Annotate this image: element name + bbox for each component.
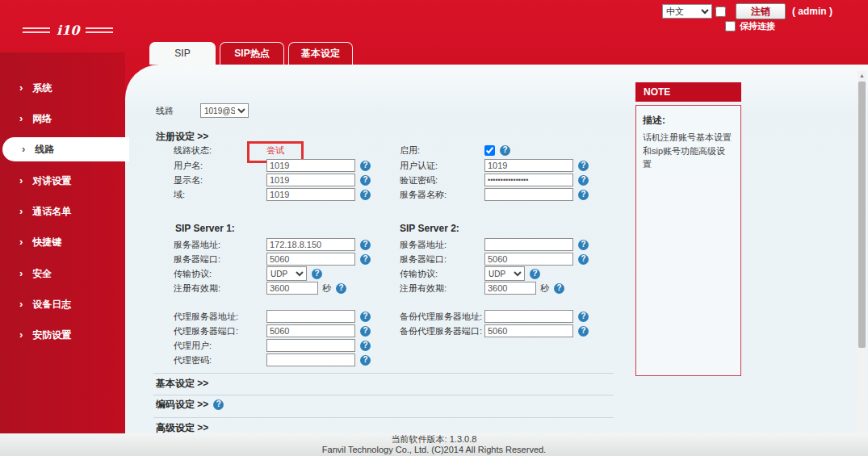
- scrollbar-up-arrow-icon[interactable]: ▲: [858, 71, 866, 81]
- server2-expiry-input[interactable]: [484, 282, 536, 295]
- scrollbar-thumb[interactable]: [858, 82, 866, 348]
- backup-proxy-port-input[interactable]: [484, 324, 573, 337]
- backup-proxy-port-label: 备份代理服务器端口:: [400, 325, 484, 337]
- username-input[interactable]: [266, 159, 355, 172]
- sidebar-item-label: 安全: [32, 268, 52, 279]
- help-icon[interactable]: [578, 175, 589, 186]
- help-icon[interactable]: [312, 269, 322, 279]
- tab-sip[interactable]: SIP: [149, 42, 216, 65]
- help-icon[interactable]: [360, 341, 371, 351]
- server1-port-label: 服务器端口:: [174, 253, 266, 266]
- server1-expiry-input[interactable]: [266, 282, 318, 295]
- server1-expiry-label: 注册有效期:: [174, 282, 266, 295]
- help-icon[interactable]: [500, 145, 510, 156]
- server2-addr-input[interactable]: [484, 238, 573, 251]
- proxy-user-row: 代理用户:: [174, 338, 371, 353]
- sidebar-item-intercom[interactable]: ›对讲设置: [0, 172, 125, 190]
- proxy-user-input[interactable]: [266, 339, 355, 352]
- display-name-row: 显示名:: [174, 173, 371, 187]
- codec-section-header[interactable]: 编码设定 >>: [156, 398, 208, 412]
- chevron-right-icon: ›: [19, 82, 23, 94]
- line-status-label: 线路状态:: [174, 144, 266, 157]
- logo-stripes-left-icon: [23, 27, 50, 33]
- realm-input[interactable]: [266, 188, 355, 201]
- sidebar-item-security-settings[interactable]: ›安防设置: [0, 326, 125, 344]
- server1-addr-input[interactable]: [266, 238, 355, 251]
- basic-section-header[interactable]: 基本设定 >>: [156, 377, 208, 391]
- line-select[interactable]: 1019@SIP1: [200, 103, 249, 118]
- server1-port-input[interactable]: [266, 253, 355, 266]
- logout-button[interactable]: 注销: [736, 3, 786, 19]
- help-icon[interactable]: [578, 161, 589, 171]
- tab-sip-hotspot[interactable]: SIP热点: [220, 42, 284, 65]
- help-icon[interactable]: [578, 312, 589, 322]
- server2-expiry-label: 注册有效期:: [400, 282, 484, 295]
- proxy-port-label: 代理服务器端口:: [174, 325, 266, 337]
- proxy-port-input[interactable]: [266, 324, 355, 337]
- server1-port-row: 服务器端口:: [174, 252, 371, 266]
- auth-password-input[interactable]: [484, 174, 573, 186]
- server2-proto-select[interactable]: UDP: [484, 266, 525, 281]
- username-row: 用户名:: [174, 158, 371, 173]
- help-icon[interactable]: [360, 175, 371, 186]
- proxy-addr-row: 代理服务器地址:: [174, 309, 371, 324]
- help-icon[interactable]: [360, 355, 371, 366]
- footer-version: 当前软件版本: 1.3.0.8: [0, 434, 868, 445]
- content-panel: 线路 1019@SIP1 注册设定 >> 线路状态: 尝试 启用: 用户名: 用…: [125, 65, 868, 433]
- registration-section-header[interactable]: 注册设定 >>: [156, 130, 208, 144]
- sidebar-item-system[interactable]: ›系统: [0, 79, 125, 97]
- help-icon[interactable]: [360, 190, 371, 200]
- proxy-password-label: 代理密码:: [174, 354, 266, 366]
- language-select[interactable]: 中文: [662, 4, 712, 19]
- sidebar-item-call-list[interactable]: ›通话名单: [0, 203, 125, 220]
- server-name-input[interactable]: [484, 188, 573, 201]
- server2-port-input[interactable]: [484, 253, 573, 266]
- help-icon[interactable]: [336, 283, 346, 294]
- sidebar-item-device-log[interactable]: ›设备日志: [0, 295, 125, 313]
- help-icon[interactable]: [578, 254, 589, 265]
- server2-proto-row: 传输协议: UDP: [400, 266, 540, 281]
- sidebar-item-line[interactable]: ›线路: [2, 137, 129, 161]
- display-name-input[interactable]: [266, 174, 355, 186]
- backup-proxy-addr-label: 备份代理服务器地址:: [400, 311, 484, 323]
- help-icon[interactable]: [360, 326, 371, 337]
- enable-label: 启用:: [400, 144, 484, 157]
- section-divider: [153, 417, 614, 418]
- sidebar-item-label: 线路: [35, 144, 54, 155]
- server-name-row: 服务器名称:: [400, 187, 589, 202]
- help-icon[interactable]: [578, 326, 589, 337]
- chevron-right-icon: ›: [19, 298, 23, 310]
- sidebar-item-function-key[interactable]: ›快捷键: [0, 233, 125, 251]
- help-icon[interactable]: [360, 161, 371, 171]
- help-icon[interactable]: [360, 312, 371, 322]
- server1-proto-label: 传输协议:: [174, 268, 266, 280]
- help-icon[interactable]: [360, 254, 371, 265]
- sidebar-item-network[interactable]: ›网络: [0, 110, 125, 128]
- help-icon[interactable]: [554, 283, 564, 294]
- top-controls-row1: 中文 注销 ( admin ): [662, 3, 832, 19]
- language-apply-checkbox[interactable]: [715, 6, 726, 17]
- server1-expiry-unit: 秒: [322, 282, 331, 295]
- proxy-addr-label: 代理服务器地址:: [174, 311, 266, 323]
- server1-proto-select[interactable]: UDP: [266, 266, 307, 281]
- tab-basic-settings[interactable]: 基本设定: [288, 42, 353, 65]
- sidebar-nav: ›系统 ›网络 ›线路 ›对讲设置 ›通话名单 ›快捷键 ›安全 ›设备日志 ›…: [0, 52, 125, 433]
- help-icon[interactable]: [578, 190, 589, 200]
- vertical-scrollbar[interactable]: ▲: [858, 71, 866, 433]
- proxy-password-input[interactable]: [266, 354, 355, 366]
- keep-alive-label: 保持连接: [740, 20, 775, 32]
- chevron-right-icon: ›: [19, 112, 23, 124]
- server1-expiry-row: 注册有效期: 秒: [174, 281, 346, 295]
- keep-alive-checkbox[interactable]: [725, 21, 736, 31]
- chevron-right-icon: ›: [19, 267, 23, 279]
- auth-user-input[interactable]: [484, 159, 573, 172]
- sidebar-item-security[interactable]: ›安全: [0, 265, 125, 282]
- help-icon[interactable]: [530, 269, 540, 279]
- enable-checkbox[interactable]: [484, 145, 495, 156]
- help-icon[interactable]: [578, 240, 589, 250]
- help-icon[interactable]: [360, 240, 371, 250]
- help-icon[interactable]: [213, 400, 224, 410]
- server2-port-label: 服务器端口:: [400, 253, 484, 266]
- backup-proxy-addr-input[interactable]: [484, 310, 573, 323]
- proxy-addr-input[interactable]: [266, 310, 355, 323]
